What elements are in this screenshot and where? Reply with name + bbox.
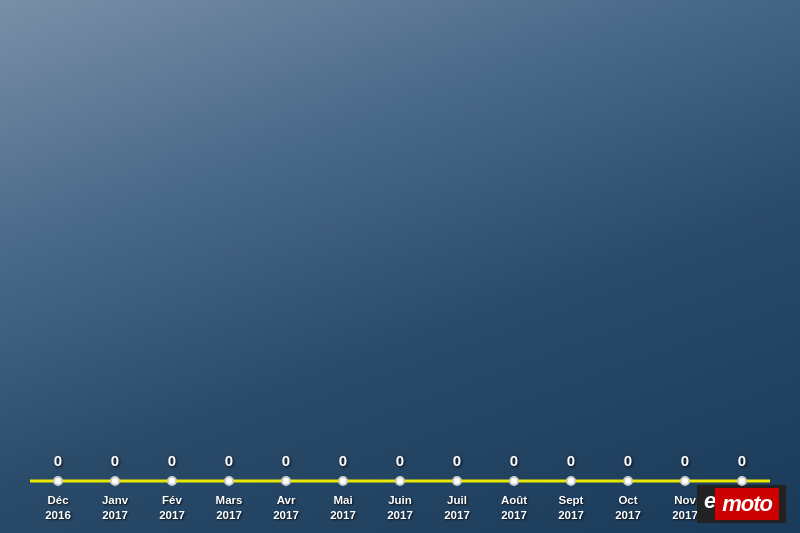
label-6: Juin2017: [372, 493, 428, 523]
dot-wrapper-7: [429, 476, 485, 486]
emoto-red-bg: moto: [715, 488, 779, 520]
timeline-line-row: [30, 473, 770, 489]
dot-6: [395, 476, 405, 486]
value-12: 0: [738, 452, 746, 469]
dot-10: [623, 476, 633, 486]
value-2: 0: [168, 452, 176, 469]
value-1: 0: [111, 452, 119, 469]
dot-wrapper-2: [144, 476, 200, 486]
dot-3: [224, 476, 234, 486]
emoto-text: e moto: [704, 488, 779, 520]
chart-area: 0000000000000 Déc2016Janv2017Fév2017Mars…: [0, 32, 800, 533]
dot-wrapper-1: [87, 476, 143, 486]
value-4: 0: [282, 452, 290, 469]
app: 0000000000000 Déc2016Janv2017Fév2017Mars…: [0, 0, 800, 533]
value-10: 0: [624, 452, 632, 469]
dot-wrapper-8: [486, 476, 542, 486]
emoto-badge: e moto: [697, 485, 786, 523]
data-point-0: 0: [30, 452, 86, 471]
emoto-moto-text: moto: [722, 491, 772, 516]
dot-9: [566, 476, 576, 486]
dot-wrapper-9: [543, 476, 599, 486]
dot-7: [452, 476, 462, 486]
label-5: Mai2017: [315, 493, 371, 523]
dots-row: [30, 476, 770, 486]
dot-wrapper-12: [714, 476, 770, 486]
dot-11: [680, 476, 690, 486]
label-8: Août2017: [486, 493, 542, 523]
dot-wrapper-0: [30, 476, 86, 486]
dot-8: [509, 476, 519, 486]
data-point-2: 0: [144, 452, 200, 471]
label-10: Oct2017: [600, 493, 656, 523]
value-6: 0: [396, 452, 404, 469]
value-7: 0: [453, 452, 461, 469]
value-8: 0: [510, 452, 518, 469]
dot-wrapper-4: [258, 476, 314, 486]
timeline-container: 0000000000000 Déc2016Janv2017Fév2017Mars…: [0, 452, 800, 523]
data-point-10: 0: [600, 452, 656, 471]
data-point-4: 0: [258, 452, 314, 471]
data-point-3: 0: [201, 452, 257, 471]
dot-wrapper-5: [315, 476, 371, 486]
dot-12: [737, 476, 747, 486]
dot-5: [338, 476, 348, 486]
data-point-1: 0: [87, 452, 143, 471]
data-point-6: 0: [372, 452, 428, 471]
value-3: 0: [225, 452, 233, 469]
data-point-7: 0: [429, 452, 485, 471]
dot-0: [53, 476, 63, 486]
value-5: 0: [339, 452, 347, 469]
label-0: Déc2016: [30, 493, 86, 523]
value-11: 0: [681, 452, 689, 469]
label-9: Sept2017: [543, 493, 599, 523]
value-0: 0: [54, 452, 62, 469]
label-2: Fév2017: [144, 493, 200, 523]
dot-wrapper-10: [600, 476, 656, 486]
dot-2: [167, 476, 177, 486]
data-point-12: 0: [714, 452, 770, 471]
dot-4: [281, 476, 291, 486]
dot-wrapper-6: [372, 476, 428, 486]
emoto-e-letter: e: [704, 488, 715, 520]
label-3: Mars2017: [201, 493, 257, 523]
data-point-8: 0: [486, 452, 542, 471]
dot-wrapper-3: [201, 476, 257, 486]
values-row: 0000000000000: [30, 452, 770, 471]
label-7: Juil2017: [429, 493, 485, 523]
data-point-5: 0: [315, 452, 371, 471]
label-1: Janv2017: [87, 493, 143, 523]
dot-wrapper-11: [657, 476, 713, 486]
data-point-9: 0: [543, 452, 599, 471]
labels-row: Déc2016Janv2017Fév2017Mars2017Avr2017Mai…: [30, 493, 770, 523]
data-point-11: 0: [657, 452, 713, 471]
label-4: Avr2017: [258, 493, 314, 523]
dot-1: [110, 476, 120, 486]
value-9: 0: [567, 452, 575, 469]
